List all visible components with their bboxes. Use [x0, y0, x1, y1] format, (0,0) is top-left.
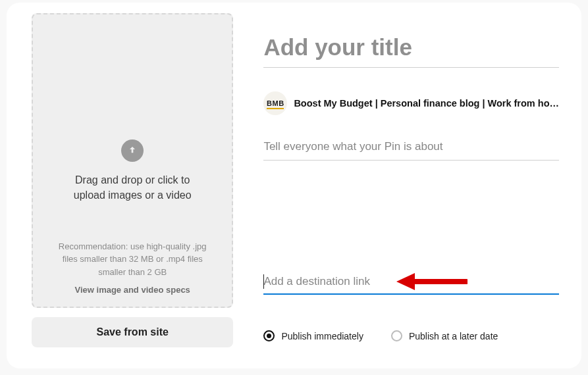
destination-link-input[interactable]	[263, 274, 559, 295]
left-column: Drag and drop or click to upload images …	[32, 9, 233, 362]
avatar: BMB	[263, 91, 287, 115]
profile-name: Boost My Budget | Personal finance blog …	[294, 98, 559, 109]
profile-row: BMB Boost My Budget | Personal finance b…	[263, 91, 559, 115]
publish-later-label: Publish at a later date	[409, 331, 498, 341]
right-column: BMB Boost My Budget | Personal finance b…	[263, 9, 559, 362]
dropzone-instructions: Drag and drop or click to upload images …	[74, 172, 192, 203]
radio-checked-icon	[263, 330, 275, 341]
upload-icon	[121, 139, 144, 162]
publish-later-option[interactable]: Publish at a later date	[391, 330, 498, 341]
dz-line2: upload images or a video	[74, 189, 192, 201]
destination-link-wrap	[263, 274, 559, 295]
publish-immediately-label: Publish immediately	[281, 331, 363, 341]
pin-editor-card: Drag and drop or click to upload images …	[7, 3, 581, 368]
publish-options: Publish immediately Publish at a later d…	[263, 330, 559, 341]
view-specs-link[interactable]: View image and video specs	[75, 285, 190, 295]
radio-unchecked-icon	[391, 330, 402, 341]
title-input[interactable]	[263, 33, 559, 68]
publish-immediately-option[interactable]: Publish immediately	[263, 330, 363, 341]
upload-dropzone[interactable]: Drag and drop or click to upload images …	[32, 13, 233, 308]
description-input[interactable]	[263, 139, 559, 161]
dz-line1: Drag and drop or click to	[75, 174, 190, 186]
text-cursor	[263, 274, 264, 289]
upload-recommendation: Recommendation: use high-quality .jpg fi…	[46, 240, 219, 279]
save-from-site-button[interactable]: Save from site	[32, 317, 233, 347]
